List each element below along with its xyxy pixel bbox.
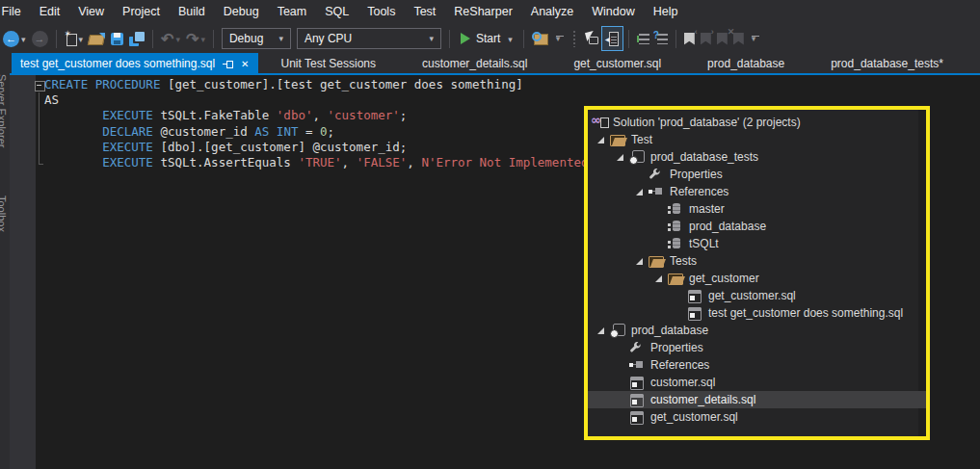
expander-slot[interactable] [591,137,610,143]
code-token: AS [254,124,269,139]
menu-item-analyze[interactable]: Analyze [521,0,582,24]
expanded-arrow-icon[interactable] [597,137,604,143]
uncomment-lines-button[interactable] [652,27,671,50]
toolbar-overflow-button[interactable] [747,27,764,50]
tree-item-prod-database-tests[interactable]: prod_database_tests [588,148,926,166]
tree-item-get-customer-sql[interactable]: get_customer.sql [588,408,926,426]
expander-slot[interactable] [610,154,629,161]
solution-icon [592,117,609,129]
track-active-item-toggle[interactable] [601,26,623,51]
tree-item-prod-database[interactable]: prod_database [588,322,926,339]
expanded-arrow-icon[interactable] [636,258,643,265]
chevron-down-icon[interactable] [21,32,26,45]
sync-with-active-document-button[interactable] [580,27,601,50]
open-file-button[interactable] [86,27,108,50]
menu-item-view[interactable]: View [69,0,114,24]
tab-customer-details-sql[interactable]: customer_details.sql [399,53,550,73]
tree-item-customer-sql[interactable]: customer.sql [588,374,926,391]
tab-unit-test-sessions[interactable]: Unit Test Sessions [258,53,400,73]
menu-item-tools[interactable]: Tools [358,0,405,24]
tree-item-prod-database[interactable]: prod_database [588,218,926,235]
tree-item-tsqlt[interactable]: tSQLt [588,235,926,252]
open-file-icon [89,33,105,45]
expanded-arrow-icon[interactable] [617,154,623,161]
chevron-down-icon[interactable] [79,32,84,45]
side-tab-toolbox[interactable]: Toolbox [0,195,8,232]
expander-slot[interactable] [591,327,610,334]
menu-item-test[interactable]: Test [405,0,445,24]
menu-item-team[interactable]: Team [268,0,316,24]
save-button[interactable] [108,27,126,50]
code-token: 'FALSE' [357,155,408,169]
menu-item-resharper[interactable]: ReSharper [445,0,521,24]
code-line: DECLARE @customer_id AS INT = 0; [44,124,603,140]
navigate-forward-button[interactable] [29,27,51,50]
tree-item-references[interactable]: References [588,356,926,374]
solution-platform-dropdown[interactable]: Any CPU [297,28,441,49]
menu-item-project[interactable]: Project [114,0,170,24]
icon-slot [687,290,705,302]
undo-button[interactable] [158,27,183,50]
menu-item-file[interactable]: File [0,0,30,24]
code-editor[interactable]: CREATE PROCEDURE [get_customer].[test ge… [44,77,603,170]
tab-get-customer-sql[interactable]: get_customer.sql [550,53,684,73]
pin-icon[interactable] [223,59,233,68]
database-project-icon [610,324,626,337]
tree-item-properties[interactable]: Properties [588,339,926,356]
menu-item-edit[interactable]: Edit [30,0,69,24]
new-file-button[interactable] [62,27,87,50]
folder-icon [610,134,626,146]
comment-lines-button[interactable] [634,27,652,50]
tab-prod-database-tests[interactable]: prod_database_tests* [808,53,967,73]
find-in-files-button[interactable] [529,27,551,50]
expander-slot[interactable] [649,275,668,282]
expanded-arrow-icon[interactable] [655,275,662,282]
tree-item-get-customer[interactable]: get_customer [588,270,926,287]
icon-slot [610,134,628,146]
new-file-icon [65,32,77,46]
expander-slot[interactable] [629,258,649,265]
code-token: 0 [320,124,328,139]
chevron-down-icon[interactable] [508,32,513,45]
menu-item-window[interactable]: Window [583,0,644,24]
tree-item-get-customer-sql[interactable]: get_customer.sql [588,287,926,304]
save-all-button[interactable] [126,27,147,50]
menu-item-help[interactable]: Help [644,0,687,24]
start-debug-button[interactable]: Start [455,32,518,45]
expanded-arrow-icon[interactable] [636,189,643,195]
tree-item-master[interactable]: master [588,200,926,218]
menu-item-debug[interactable]: Debug [214,0,268,24]
tree-item-references[interactable]: References [588,183,926,200]
redo-button[interactable] [183,27,208,50]
menu-item-build[interactable]: Build [169,0,214,24]
icon-slot [687,307,705,320]
side-tab-server-explorer[interactable]: Server Explorer [0,74,8,147]
tab-prod-database[interactable]: prod_database [684,53,808,73]
code-token: tSQLt.AssertEquals [153,155,299,169]
tab-test-get-customer-does-something-sql[interactable]: test get_customer does something.sql [12,53,258,73]
tree-item-customer-details-sql[interactable]: customer_details.sql [588,391,926,408]
save-all-icon [129,32,145,46]
references-icon [649,187,664,196]
expander-slot[interactable] [629,189,649,195]
solution-configuration-dropdown[interactable]: Debug [222,28,291,49]
tree-item-properties[interactable]: Properties [588,166,926,183]
tree-item-solution-prod-database-2-projects[interactable]: Solution 'prod_database' (2 projects) [588,114,926,131]
start-label: Start [476,32,500,45]
tree-item-label: get_customer.sql [708,289,796,302]
bookmark-icon [684,33,695,45]
toolbar-separator [523,30,524,48]
tree-item-test[interactable]: Test [588,131,926,148]
navigate-back-button[interactable] [0,27,29,50]
tree-item-label: prod_database [631,324,708,337]
menu-item-sql[interactable]: SQL [316,0,358,24]
tree-item-test-get-customer-does-something-sql[interactable]: test get_customer does something.sql [588,304,926,322]
close-icon[interactable] [241,57,249,70]
toolbar-drag-handle[interactable] [572,30,576,47]
tree-item-tests[interactable]: Tests [588,252,926,270]
icon-slot [629,394,648,406]
toolbar-overflow-button[interactable] [551,27,569,50]
icon-slot [629,377,648,389]
expanded-arrow-icon[interactable] [597,327,604,334]
code-fold-line [39,92,40,164]
